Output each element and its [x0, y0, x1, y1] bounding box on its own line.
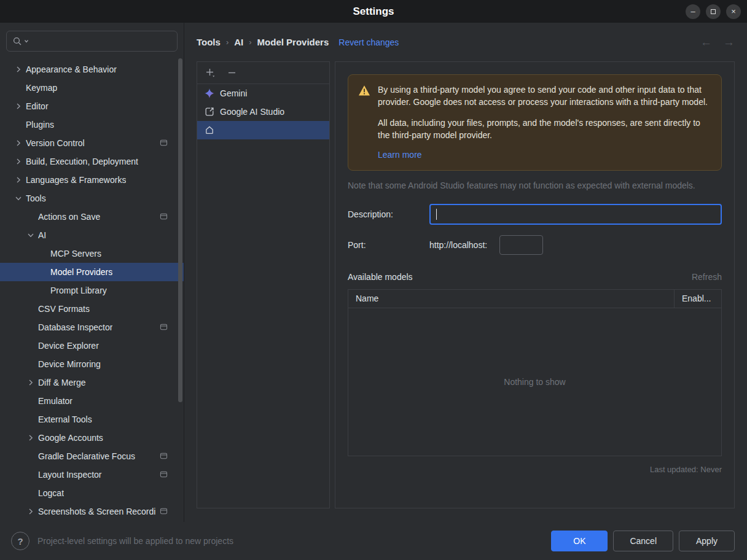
sidebar-item-logcat[interactable]: Logcat [0, 484, 184, 502]
provider-item-gemini[interactable]: Gemini [197, 84, 329, 103]
refresh-link[interactable]: Refresh [692, 272, 722, 282]
sidebar-item-keymap[interactable]: Keymap [0, 79, 184, 97]
maximize-icon [711, 9, 716, 14]
description-label: Description: [348, 209, 429, 219]
sidebar-item-mcp-servers[interactable]: MCP Servers [0, 244, 184, 263]
sidebar-item-layout-inspector[interactable]: Layout Inspector [0, 465, 184, 484]
sidebar-item-csv-formats[interactable]: CSV Formats [0, 300, 184, 318]
sidebar-item-editor[interactable]: Editor [0, 97, 184, 115]
sidebar-item-screenshots-screen-recordi[interactable]: Screenshots & Screen Recordi [0, 502, 184, 521]
cancel-button[interactable]: Cancel [613, 531, 673, 551]
sidebar-item-label: Database Inspector [38, 322, 112, 332]
ide-settings-badge-icon [160, 470, 168, 478]
column-header-name[interactable]: Name [348, 290, 675, 308]
sidebar-item-google-accounts[interactable]: Google Accounts [0, 429, 184, 447]
chevron-down-icon[interactable] [12, 193, 25, 203]
sidebar-item-label: Keymap [26, 83, 57, 93]
minimize-icon: – [690, 7, 695, 15]
settings-content: Tools › AI › Model Providers Revert chan… [184, 23, 747, 522]
sidebar-scrollbar[interactable] [178, 58, 182, 402]
maximize-button[interactable] [706, 4, 721, 19]
ok-button[interactable]: OK [551, 531, 608, 551]
sidebar-item-emulator[interactable]: Emulator [0, 392, 184, 410]
available-models-header: Available models Refresh [348, 272, 722, 282]
ide-settings-badge-icon [160, 212, 168, 220]
home-icon [205, 125, 214, 135]
provider-item-google-ai-studio[interactable]: Google AI Studio [197, 103, 329, 121]
chevron-right-icon[interactable] [12, 175, 25, 185]
breadcrumb-separator-icon: › [226, 37, 229, 47]
sidebar-item-device-mirroring[interactable]: Device Mirroring [0, 355, 184, 373]
sidebar-item-tools[interactable]: Tools [0, 189, 184, 208]
sidebar-item-label: Model Providers [50, 267, 112, 277]
sidebar-item-label: Device Mirroring [38, 359, 101, 369]
back-arrow-icon[interactable]: ← [700, 36, 712, 49]
sidebar-item-device-explorer[interactable]: Device Explorer [0, 336, 184, 355]
sidebar-item-version-control[interactable]: Version Control [0, 134, 184, 152]
sidebar-item-build-execution-deployment[interactable]: Build, Execution, Deployment [0, 152, 184, 171]
chevron-right-icon[interactable] [12, 101, 25, 111]
chevron-right-icon[interactable] [12, 64, 25, 74]
chevron-right-icon[interactable] [25, 378, 37, 387]
remove-provider-button[interactable] [227, 68, 237, 78]
column-header-enabled[interactable]: Enabl... [675, 290, 721, 308]
sidebar-item-prompt-library[interactable]: Prompt Library [0, 281, 184, 300]
sidebar-item-external-tools[interactable]: External Tools [0, 410, 184, 429]
description-input[interactable] [429, 204, 722, 225]
sidebar-item-gradle-declarative-focus[interactable]: Gradle Declarative Focus [0, 447, 184, 465]
panels: GeminiGoogle AI Studio By using a third-… [184, 61, 747, 508]
sidebar-item-label: Gradle Declarative Focus [38, 451, 135, 461]
chevron-right-icon[interactable] [12, 138, 25, 148]
forward-arrow-icon[interactable]: → [723, 36, 735, 49]
settings-window: Settings – × Appearance & BehaviorKeymap… [0, 0, 747, 560]
chevron-down-icon[interactable] [25, 230, 37, 240]
minimize-button[interactable]: – [686, 4, 700, 19]
sidebar-item-label: Screenshots & Screen Recordi [38, 507, 155, 516]
chevron-right-icon[interactable] [25, 433, 37, 443]
provider-item-label: Gemini [220, 88, 247, 98]
description-field-row: Description: [348, 204, 722, 225]
sidebar-item-label: Logcat [38, 488, 64, 498]
sidebar-item-languages-frameworks[interactable]: Languages & Frameworks [0, 171, 184, 189]
providers-panel: GeminiGoogle AI Studio [197, 61, 330, 508]
sidebar-item-model-providers[interactable]: Model Providers [0, 263, 184, 281]
warning-paragraph-1: By using a third-party model you agree t… [378, 84, 711, 109]
localhost-prefix: http://localhost: [429, 240, 487, 250]
sidebar-item-plugins[interactable]: Plugins [0, 115, 184, 134]
warning-text: By using a third-party model you agree t… [378, 84, 711, 160]
window-controls: – × [686, 0, 741, 23]
sidebar-item-label: CSV Formats [38, 304, 90, 314]
port-field-row: Port: http://localhost: [348, 235, 722, 255]
provider-item-new[interactable] [197, 121, 329, 139]
sidebar-item-label: Emulator [38, 396, 72, 406]
sidebar-item-diff-merge[interactable]: Diff & Merge [0, 373, 184, 392]
sidebar-item-appearance-behavior[interactable]: Appearance & Behavior [0, 60, 184, 79]
gemini-icon [205, 88, 214, 98]
titlebar: Settings – × [0, 0, 747, 23]
close-button[interactable]: × [726, 4, 741, 19]
port-input[interactable] [499, 235, 543, 255]
settings-tree: Appearance & BehaviorKeymapEditorPlugins… [0, 60, 184, 521]
sidebar-item-label: Layout Inspector [38, 470, 102, 480]
models-table-body: Nothing to show [348, 308, 721, 456]
breadcrumb-model-providers[interactable]: Model Providers [257, 37, 329, 47]
ai-studio-icon [205, 107, 214, 117]
add-provider-button[interactable] [205, 67, 216, 79]
chevron-right-icon[interactable] [12, 157, 25, 166]
help-button[interactable]: ? [11, 532, 29, 550]
breadcrumb-tools[interactable]: Tools [197, 37, 221, 47]
sidebar-item-label: MCP Servers [50, 249, 101, 259]
apply-button[interactable]: Apply [679, 531, 735, 551]
sidebar-item-ai[interactable]: AI [0, 226, 184, 244]
chevron-right-icon[interactable] [25, 507, 37, 516]
sidebar-item-database-inspector[interactable]: Database Inspector [0, 318, 184, 336]
sidebar-item-label: Actions on Save [38, 212, 100, 222]
sidebar-item-actions-on-save[interactable]: Actions on Save [0, 208, 184, 226]
search-history-chevron-icon[interactable] [23, 38, 29, 44]
provider-item-label: Google AI Studio [220, 107, 284, 117]
revert-changes-link[interactable]: Revert changes [338, 37, 399, 47]
models-table: Name Enabl... Nothing to show [348, 289, 722, 456]
settings-search-input[interactable] [6, 31, 178, 52]
learn-more-link[interactable]: Learn more [378, 150, 422, 160]
breadcrumb-ai[interactable]: AI [234, 37, 243, 47]
